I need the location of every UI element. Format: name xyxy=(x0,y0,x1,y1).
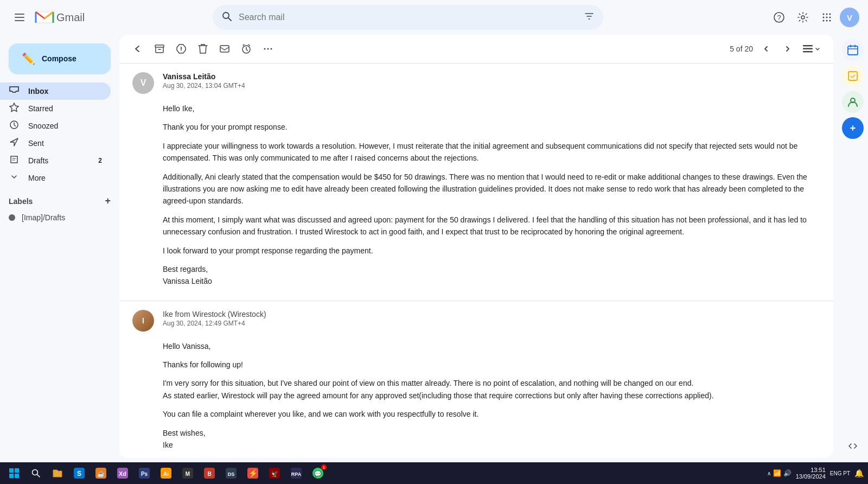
svg-rect-35 xyxy=(9,474,14,478)
svg-text:B: B xyxy=(207,471,211,477)
hamburger-menu-button[interactable] xyxy=(9,7,30,28)
pagination-text: 5 of 20 xyxy=(730,44,753,53)
taskbar-app12[interactable]: 💬 1 xyxy=(308,463,328,483)
taskbar-app8[interactable]: DS xyxy=(221,463,241,483)
sidebar-item-sent[interactable]: Sent xyxy=(0,135,111,152)
svg-text:🦅: 🦅 xyxy=(271,469,279,477)
svg-point-14 xyxy=(823,20,825,22)
view-toggle-button[interactable] xyxy=(799,43,825,55)
compose-button[interactable]: ✏️ Compose xyxy=(9,43,111,74)
pagination-next[interactable] xyxy=(779,40,796,58)
sidebar-item-snoozed[interactable]: Snoozed xyxy=(0,117,111,135)
msg2-p2: I'm very sorry for this situation, but I… xyxy=(163,377,820,402)
taskbar-app3[interactable]: Xd xyxy=(113,463,132,483)
taskbar-app9[interactable]: ⚡ xyxy=(243,463,263,483)
taskbar-system-icons: ∧ 📶 🔊 xyxy=(767,469,792,477)
message-body-2: Hello Vanissa, Thanks for following up! … xyxy=(132,340,820,451)
snooze-button[interactable] xyxy=(237,39,256,59)
taskbar-language[interactable]: ENG PT xyxy=(830,470,850,476)
avatar[interactable]: V xyxy=(840,8,859,27)
svg-line-38 xyxy=(37,475,40,477)
svg-point-10 xyxy=(829,14,831,15)
svg-point-8 xyxy=(823,14,825,15)
calendar-panel-button[interactable] xyxy=(842,39,864,61)
taskbar-chevron[interactable]: ∧ xyxy=(767,470,771,476)
msg1-p2: I appreciate your willingness to work to… xyxy=(163,140,820,164)
sidebar-item-more[interactable]: More xyxy=(0,169,111,187)
more-icon xyxy=(9,172,20,184)
taskbar-app1[interactable]: S xyxy=(69,463,89,483)
svg-rect-21 xyxy=(220,46,229,52)
add-label-icon[interactable]: + xyxy=(105,195,111,207)
expand-panel-button[interactable] xyxy=(842,436,864,458)
taskbar-app5[interactable]: Ai xyxy=(156,463,176,483)
taskbar: S ☕ Xd Ps Ai M B xyxy=(0,462,868,484)
svg-point-7 xyxy=(801,16,805,19)
msg1-sig-name: Vanissa Leitão xyxy=(163,275,820,287)
msg1-p3: Additionally, Ani clearly stated that th… xyxy=(163,171,820,207)
label-imap-drafts[interactable]: [Imap]/Drafts xyxy=(9,209,111,226)
main-layout: ✏️ Compose Inbox Starred xyxy=(0,35,868,462)
sidebar-item-drafts[interactable]: Drafts 2 xyxy=(0,152,111,169)
settings-button[interactable] xyxy=(792,7,814,28)
taskbar-windows-button[interactable] xyxy=(4,463,24,483)
taskbar-network[interactable]: 📶 xyxy=(773,469,781,477)
search-input[interactable] xyxy=(239,12,577,22)
star-icon xyxy=(9,103,20,114)
pagination-prev[interactable] xyxy=(757,40,775,58)
msg1-closing: Best regards, xyxy=(163,263,820,275)
topbar-left: Gmail xyxy=(9,7,128,28)
svg-text:M: M xyxy=(186,471,190,477)
message-avatar-2: I xyxy=(132,310,154,332)
message-sender-name-1: Vanissa Leitão xyxy=(163,72,820,81)
svg-text:💬: 💬 xyxy=(314,470,322,477)
drafts-count: 2 xyxy=(98,157,102,164)
taskbar-app11[interactable]: RPA xyxy=(286,463,306,483)
taskbar-search-button[interactable] xyxy=(26,463,46,483)
contacts-panel-button[interactable] xyxy=(842,91,864,113)
gmail-text: Gmail xyxy=(56,11,85,24)
label-dot xyxy=(9,214,15,221)
apps-button[interactable] xyxy=(816,7,838,28)
svg-text:RPA: RPA xyxy=(291,472,302,477)
msg1-p1: Thank you for your prompt response. xyxy=(163,121,820,133)
gmail-logo[interactable]: Gmail xyxy=(35,10,85,25)
taskbar-app7[interactable]: B xyxy=(200,463,219,483)
taskbar-clock[interactable]: 13:51 13/09/2024 xyxy=(796,467,826,480)
tasks-panel-button[interactable] xyxy=(842,65,864,87)
taskbar-app6[interactable]: M xyxy=(178,463,197,483)
message-header-1: V Vanissa Leitão Aug 30, 2024, 13:04 GMT… xyxy=(132,72,820,94)
svg-point-20 xyxy=(181,50,182,52)
svg-point-13 xyxy=(829,17,831,18)
report-button[interactable] xyxy=(171,39,191,59)
help-button[interactable]: ? xyxy=(768,7,790,28)
svg-point-11 xyxy=(823,17,825,18)
message-sender-info-2: Ike from Wirestock (Wirestock) Aug 30, 2… xyxy=(163,310,820,327)
svg-rect-0 xyxy=(15,14,24,15)
keep-panel-button[interactable] xyxy=(842,117,864,139)
labels-header[interactable]: Labels + xyxy=(9,191,111,209)
more-actions-button[interactable] xyxy=(258,39,278,59)
taskbar-app2[interactable]: ☕ xyxy=(91,463,111,483)
right-panel xyxy=(838,35,868,462)
mark-read-button[interactable] xyxy=(215,39,234,59)
back-button[interactable] xyxy=(128,39,148,59)
svg-text:Xd: Xd xyxy=(119,470,126,477)
taskbar-notification[interactable]: 🔔 xyxy=(854,469,864,477)
svg-point-9 xyxy=(826,14,828,15)
svg-text:S: S xyxy=(77,470,81,477)
snoozed-icon xyxy=(9,120,20,132)
taskbar-volume[interactable]: 🔊 xyxy=(783,469,792,477)
clock-time: 13:51 xyxy=(796,467,826,473)
delete-button[interactable] xyxy=(193,39,213,59)
sidebar-item-starred[interactable]: Starred xyxy=(0,100,111,117)
svg-rect-26 xyxy=(803,45,813,47)
archive-button[interactable] xyxy=(150,39,169,59)
sidebar-item-inbox[interactable]: Inbox xyxy=(0,82,111,100)
taskbar-app10[interactable]: 🦅 xyxy=(265,463,284,483)
msg1-p5: I look forward to your prompt response r… xyxy=(163,245,820,257)
message-sender-name-2: Ike from Wirestock (Wirestock) xyxy=(163,310,820,319)
search-filter-icon[interactable] xyxy=(584,11,595,24)
taskbar-app4[interactable]: Ps xyxy=(135,463,154,483)
taskbar-file-manager[interactable] xyxy=(48,463,67,483)
